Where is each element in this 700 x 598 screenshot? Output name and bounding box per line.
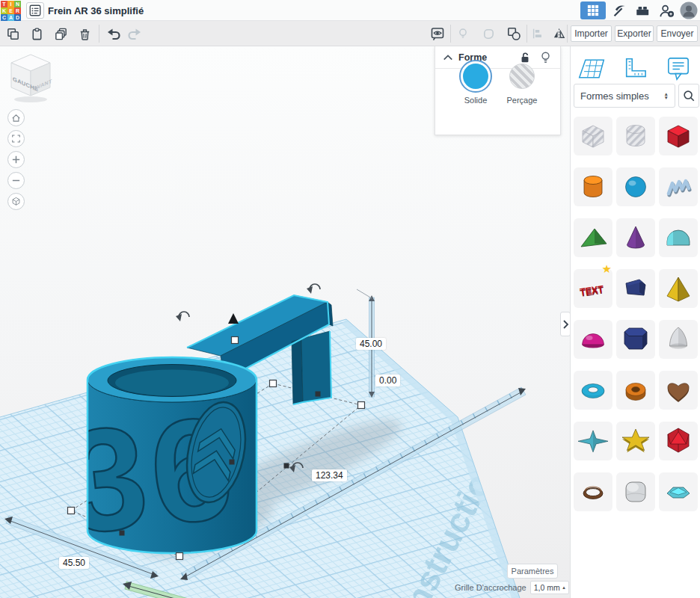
shape-star-5[interactable] xyxy=(616,422,655,460)
shape-inspector-panel: Forme Solide Perçage xyxy=(435,46,561,135)
group-icon xyxy=(482,27,496,41)
list-icon xyxy=(28,4,42,17)
sidebar-collapse-handle[interactable] xyxy=(560,312,570,336)
hex-prism-icon xyxy=(618,321,654,357)
shape-ring[interactable] xyxy=(574,472,612,511)
align-icon xyxy=(531,27,544,40)
shape-half-sphere[interactable] xyxy=(574,320,612,359)
shape-cylinder[interactable] xyxy=(574,167,612,206)
snap-grid-select[interactable]: 1,0 mm ▴ xyxy=(530,581,569,594)
shape-pyramid[interactable] xyxy=(659,269,698,308)
shape-icosahedron[interactable] xyxy=(659,422,698,460)
dim-zero-label[interactable]: 0.00 xyxy=(375,374,400,386)
ruler-icon xyxy=(622,57,648,81)
bricks-button[interactable] xyxy=(633,1,652,19)
shape-hex-prism[interactable] xyxy=(616,320,655,359)
snap-grid-label: Grille D'accrochage xyxy=(455,583,526,592)
view-cube[interactable]: GAUCHE AVANT xyxy=(9,52,54,108)
send-button[interactable]: Envoyer xyxy=(657,25,698,42)
move-up-handle[interactable] xyxy=(228,313,239,324)
shape-paraboloid[interactable] xyxy=(659,320,698,359)
undo-icon xyxy=(105,26,120,41)
account-avatar[interactable] xyxy=(679,1,699,19)
tab-notes[interactable] xyxy=(662,54,695,84)
title-bar: TINKERCAD Frein AR 36 simplifié xyxy=(0,0,700,21)
notes-icon xyxy=(666,56,690,81)
bulb-icon xyxy=(456,27,470,40)
redo-button[interactable] xyxy=(126,25,145,42)
mine-button[interactable] xyxy=(609,1,628,19)
show-all-button[interactable] xyxy=(428,25,447,42)
hole-option[interactable]: Perçage xyxy=(498,60,546,105)
export-button[interactable]: Exporter xyxy=(615,25,654,42)
invite-button[interactable] xyxy=(657,1,676,19)
shape-box[interactable] xyxy=(659,117,698,155)
dim-length-label[interactable]: 123.34 xyxy=(312,469,347,481)
brick-icon xyxy=(635,3,650,18)
copy-button[interactable] xyxy=(3,25,22,42)
search-icon xyxy=(682,89,696,102)
home-view-button[interactable] xyxy=(7,109,25,126)
perspective-toggle-button[interactable] xyxy=(7,193,25,210)
shape-box-hole[interactable] xyxy=(574,117,612,155)
dim-width-label[interactable]: 45.50 xyxy=(59,557,89,569)
dim-height-label[interactable]: 45.00 xyxy=(356,338,386,350)
tab-ruler[interactable] xyxy=(618,54,651,84)
ungroup-icon xyxy=(506,26,521,41)
cylinder-icon xyxy=(575,169,611,205)
shape-star-4[interactable] xyxy=(574,422,612,460)
viewport-3d[interactable]: Construction xyxy=(0,46,570,598)
shape-category-select[interactable]: Formes simples ▲▼ xyxy=(574,84,675,108)
round-roof-icon xyxy=(660,220,696,256)
shape-scribble[interactable] xyxy=(659,167,698,206)
shape-category-value: Formes simples xyxy=(580,90,649,102)
ungroup-button[interactable] xyxy=(504,25,524,42)
import-button[interactable]: Importer xyxy=(571,25,612,42)
zoom-out-button[interactable] xyxy=(7,172,25,189)
solid-option[interactable]: Solide xyxy=(452,60,500,105)
hole-label: Perçage xyxy=(498,96,546,105)
text-icon: TEXTTEXT xyxy=(575,271,611,306)
align-button[interactable] xyxy=(528,25,547,42)
heart-icon xyxy=(660,372,696,408)
shape-sphere[interactable] xyxy=(616,167,655,206)
tinkercad-logo[interactable]: TINKERCAD xyxy=(1,1,21,21)
dashboard-button[interactable] xyxy=(580,1,606,19)
shape-rounded-die[interactable] xyxy=(616,472,655,511)
torus-icon xyxy=(575,372,611,408)
group-button[interactable] xyxy=(479,25,498,42)
cylinder-hole-icon xyxy=(618,118,654,154)
redo-icon xyxy=(128,26,143,41)
select-arrows-icon: ▲▼ xyxy=(664,92,669,99)
cone-icon xyxy=(618,220,654,256)
search-button[interactable] xyxy=(678,84,699,108)
duplicate-button[interactable] xyxy=(51,25,70,42)
shape-roof[interactable] xyxy=(574,218,612,257)
fit-view-button[interactable] xyxy=(7,130,25,147)
tab-workplane[interactable] xyxy=(575,54,608,84)
shape-heart[interactable] xyxy=(659,371,698,410)
shape-text[interactable]: TEXTTEXT★ xyxy=(574,269,612,308)
undo-button[interactable] xyxy=(103,25,123,42)
ring-icon xyxy=(575,474,611,510)
zoom-in-button[interactable] xyxy=(7,151,25,168)
shape-torus[interactable] xyxy=(574,371,612,410)
shape-cylinder-hole[interactable] xyxy=(616,117,655,155)
shape-tube[interactable] xyxy=(616,371,655,410)
edit-toolbar: Importer Exporter Envoyer xyxy=(0,21,700,46)
design-menu-button[interactable] xyxy=(26,2,44,19)
shape-polygon[interactable] xyxy=(616,269,655,308)
delete-button[interactable] xyxy=(75,25,94,42)
shape-cone[interactable] xyxy=(616,218,655,257)
tube-icon xyxy=(618,372,654,408)
plus-icon xyxy=(11,155,21,164)
star-4-icon xyxy=(575,423,611,459)
shape-gem[interactable] xyxy=(659,472,698,511)
shape-round-roof[interactable] xyxy=(659,218,698,257)
icosahedron-icon xyxy=(660,423,696,459)
paste-button[interactable] xyxy=(27,25,46,42)
settings-button[interactable]: Paramètres xyxy=(507,564,558,579)
mirror-button[interactable] xyxy=(549,25,568,42)
light-button[interactable] xyxy=(453,25,473,42)
scribble-icon xyxy=(660,169,696,205)
